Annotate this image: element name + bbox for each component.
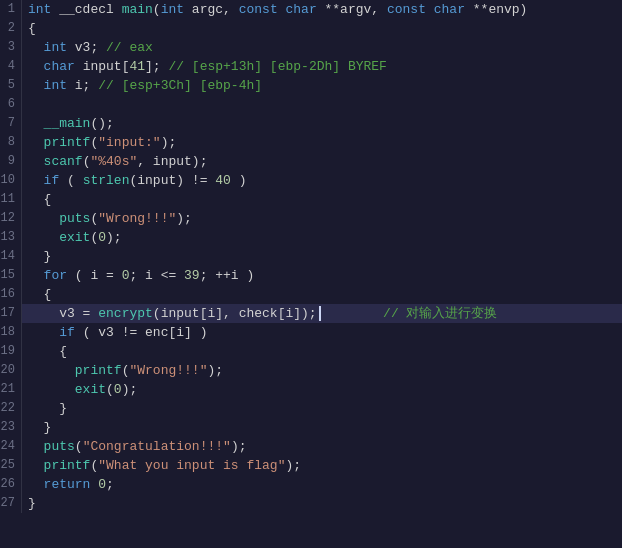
line-number: 14 xyxy=(0,247,22,266)
code-line: 23 } xyxy=(0,418,622,437)
token-punc xyxy=(28,40,44,55)
token-fn: main xyxy=(122,2,153,17)
token-punc: ( xyxy=(59,173,82,188)
line-number: 18 xyxy=(0,323,22,342)
token-punc: ); xyxy=(285,458,301,473)
token-fn: __main xyxy=(44,116,91,131)
token-num: 41 xyxy=(129,59,145,74)
code-line: 8 printf("input:"); xyxy=(0,133,622,152)
line-number: 13 xyxy=(0,228,22,247)
code-line: 26 return 0; xyxy=(0,475,622,494)
line-content: char input[41]; // [esp+13h] [ebp-2Dh] B… xyxy=(22,57,622,76)
line-number: 19 xyxy=(0,342,22,361)
line-content xyxy=(22,95,622,114)
code-line: 27} xyxy=(0,494,622,513)
line-content: if ( strlen(input) != 40 ) xyxy=(22,171,622,190)
token-fn: puts xyxy=(59,211,90,226)
line-content: int v3; // eax xyxy=(22,38,622,57)
token-punc xyxy=(28,154,44,169)
token-fn: exit xyxy=(75,382,106,397)
line-number: 25 xyxy=(0,456,22,475)
token-fn: printf xyxy=(44,135,91,150)
line-number: 23 xyxy=(0,418,22,437)
token-fn: exit xyxy=(59,230,90,245)
token-punc: ( xyxy=(75,439,83,454)
line-number: 20 xyxy=(0,361,22,380)
line-number: 8 xyxy=(0,133,22,152)
line-number: 4 xyxy=(0,57,22,76)
code-line: 21 exit(0); xyxy=(0,380,622,399)
code-line: 1int __cdecl main(int argc, const char *… xyxy=(0,0,622,19)
token-punc: ; xyxy=(106,477,114,492)
line-content: { xyxy=(22,190,622,209)
code-line: 12 puts("Wrong!!!"); xyxy=(0,209,622,228)
line-content: exit(0); xyxy=(22,380,622,399)
line-number: 26 xyxy=(0,475,22,494)
token-kw: const xyxy=(387,2,426,17)
line-number: 22 xyxy=(0,399,22,418)
token-punc xyxy=(28,116,44,131)
token-fn: printf xyxy=(44,458,91,473)
token-punc: **envp) xyxy=(465,2,527,17)
line-content: if ( v3 != enc[i] ) xyxy=(22,323,622,342)
token-str: "What you input is flag" xyxy=(98,458,285,473)
code-line: 20 printf("Wrong!!!"); xyxy=(0,361,622,380)
line-content: int __cdecl main(int argc, const char **… xyxy=(22,0,622,19)
token-num: 0 xyxy=(114,382,122,397)
token-str: "Congratulation!!!" xyxy=(83,439,231,454)
line-content: printf("Wrong!!!"); xyxy=(22,361,622,380)
token-punc xyxy=(28,382,75,397)
token-punc xyxy=(28,325,59,340)
token-punc xyxy=(28,439,44,454)
token-punc: v3; xyxy=(67,40,106,55)
token-punc: (); xyxy=(90,116,113,131)
token-punc xyxy=(28,477,44,492)
line-content: printf("What you input is flag"); xyxy=(22,456,622,475)
code-line: 6 xyxy=(0,95,622,114)
token-punc: ); xyxy=(122,382,138,397)
token-kw: int xyxy=(161,2,184,17)
line-number: 21 xyxy=(0,380,22,399)
token-punc xyxy=(28,363,75,378)
code-line: 10 if ( strlen(input) != 40 ) xyxy=(0,171,622,190)
line-content: } xyxy=(22,418,622,437)
token-kw: int xyxy=(44,40,67,55)
token-punc: ( xyxy=(153,2,161,17)
line-number: 5 xyxy=(0,76,22,95)
line-number: 16 xyxy=(0,285,22,304)
line-number: 12 xyxy=(0,209,22,228)
token-punc xyxy=(426,2,434,17)
line-content: printf("input:"); xyxy=(22,133,622,152)
token-kw: char xyxy=(44,59,75,74)
code-line: 17 v3 = encrypt(input[i], check[i]); // … xyxy=(0,304,622,323)
code-line: 3 int v3; // eax xyxy=(0,38,622,57)
token-punc: ); xyxy=(231,439,247,454)
token-punc xyxy=(28,458,44,473)
code-container: 1int __cdecl main(int argc, const char *… xyxy=(0,0,622,548)
line-content: scanf("%40s", input); xyxy=(22,152,622,171)
line-content: } xyxy=(22,247,622,266)
token-punc: ( xyxy=(106,382,114,397)
token-punc: ; i <= xyxy=(129,268,184,283)
line-content: int i; // [esp+3Ch] [ebp-4h] xyxy=(22,76,622,95)
line-number: 3 xyxy=(0,38,22,57)
line-number: 15 xyxy=(0,266,22,285)
token-punc: } xyxy=(28,249,51,264)
line-content: exit(0); xyxy=(22,228,622,247)
token-fn: scanf xyxy=(44,154,83,169)
token-punc: { xyxy=(28,344,67,359)
code-line: 4 char input[41]; // [esp+13h] [ebp-2Dh]… xyxy=(0,57,622,76)
token-punc: input[ xyxy=(75,59,130,74)
token-fn: strlen xyxy=(83,173,130,188)
token-num: 40 xyxy=(215,173,231,188)
code-line: 18 if ( v3 != enc[i] ) xyxy=(0,323,622,342)
code-line: 13 exit(0); xyxy=(0,228,622,247)
token-punc xyxy=(321,306,383,321)
token-comment-cn: // 对输入进行变换 xyxy=(383,306,497,321)
token-kw: return xyxy=(44,477,91,492)
code-line: 11 { xyxy=(0,190,622,209)
line-content: puts("Wrong!!!"); xyxy=(22,209,622,228)
code-line: 25 printf("What you input is flag"); xyxy=(0,456,622,475)
token-kw: const xyxy=(239,2,278,17)
token-fn: printf xyxy=(75,363,122,378)
